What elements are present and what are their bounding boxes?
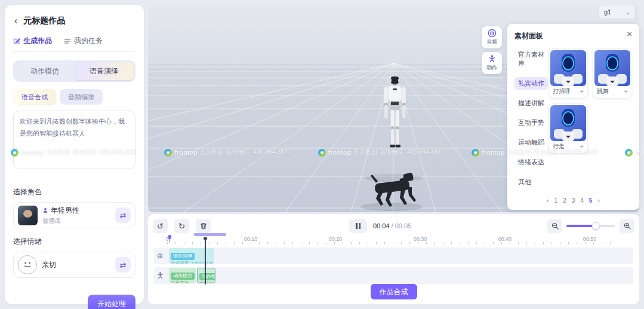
sidebar: ‹ 元标题作品 生成作品 我的任务 动作模仿 语音演绎 语音合成 音频编排 欢迎…	[5, 5, 144, 304]
swap-role-button[interactable]: ⇄	[115, 207, 131, 223]
add-material-icon[interactable]: +	[580, 143, 584, 150]
pagination-prev-icon[interactable]: ‹	[547, 197, 549, 204]
chevron-down-icon: ⌄	[625, 9, 630, 16]
zoom-out-button[interactable]	[547, 219, 562, 233]
role-language: 普通话	[42, 217, 79, 225]
audio-track-icon[interactable]: ⊕	[155, 251, 165, 261]
pause-icon	[356, 223, 358, 229]
menu-item-official-library[interactable]: 官方素材库	[514, 48, 549, 70]
audio-tool-label: 音频	[486, 38, 497, 46]
tab-my-tasks[interactable]: 我的任务	[64, 36, 103, 46]
ruler-label: 00:10	[244, 236, 258, 242]
motion-clip-1[interactable]: 动作模仿 右手举起	[169, 268, 196, 283]
page-title: 元标题作品	[23, 16, 65, 26]
material-name: 跳舞	[597, 87, 609, 96]
model-selector-dropdown[interactable]: g1 ⌄	[599, 5, 636, 19]
playback-controls: 00:04 / 00:05	[349, 219, 411, 233]
total-time: 00:05	[395, 222, 412, 230]
mode-voice-performance[interactable]: 语音演绎	[75, 62, 134, 80]
materials-panel: 素材面板 × 官方素材库 礼宾动作 描述讲解 互动手势 运动舞蹈 情绪表达 其他…	[507, 24, 639, 210]
material-name: 打招呼	[553, 87, 571, 96]
zoom-controls	[547, 219, 634, 233]
subtab-speech-synthesis[interactable]: 语音合成	[13, 89, 56, 105]
pagination-page-3[interactable]: 3	[572, 197, 575, 204]
mode-toggle: 动作模仿 语音演绎	[13, 60, 135, 82]
audio-clip[interactable]: 语音演绎 合成语音_1764744467343	[169, 248, 214, 264]
playhead-line[interactable]	[205, 239, 206, 284]
menu-item-dance[interactable]: 运动舞蹈	[514, 136, 548, 149]
pause-button[interactable]	[349, 219, 367, 233]
current-time: 00:04	[373, 222, 390, 230]
menu-item-concierge-actions[interactable]: 礼宾动作	[514, 77, 548, 90]
clip-badge: 动作模仿	[199, 273, 215, 280]
edit-square-icon	[13, 38, 20, 45]
add-material-icon[interactable]: +	[580, 88, 584, 95]
pagination-page-4[interactable]: 4	[580, 197, 584, 204]
zoom-in-button[interactable]	[620, 219, 634, 233]
timeline-panel: ↺ ↻ 00:04 / 00:05	[148, 214, 639, 304]
time-display: 00:04 / 00:05	[373, 222, 411, 230]
timeline-ruler[interactable]: 0 00:10 00:20 00:30 00:40 00:50	[148, 233, 639, 245]
tab-generate-works[interactable]: 生成作品	[13, 36, 52, 46]
close-icon[interactable]: ×	[627, 29, 632, 39]
slider-knob[interactable]	[592, 222, 600, 230]
timeline-zoom-slider[interactable]	[566, 219, 615, 233]
menu-item-gestures[interactable]: 互动手势	[514, 117, 548, 129]
pagination-page-2[interactable]: 2	[563, 197, 566, 204]
emotion-face-icon	[18, 255, 37, 274]
back-icon[interactable]: ‹	[14, 16, 17, 26]
motion-track: 动作模仿 右手举起 动作模仿 自定义	[154, 267, 633, 284]
clip-label: 合成语音_1764744467343	[171, 261, 212, 264]
material-card-dance[interactable]: 跳舞 +	[593, 48, 632, 99]
materials-menu: 官方素材库 礼宾动作 描述讲解 互动手势 运动舞蹈 情绪表达 其他	[514, 48, 549, 188]
clip-label: 右手举起	[171, 280, 194, 283]
sidebar-header: ‹ 元标题作品	[14, 16, 135, 26]
script-textarea[interactable]: 欢迎来到凡拓数创数字体验中心，我是您的智能接待机器人	[13, 111, 135, 169]
add-material-icon[interactable]: +	[624, 88, 628, 95]
ruler-ticks	[167, 242, 612, 244]
timeline-toolbar: ↺ ↻	[153, 219, 211, 233]
swap-emotion-button[interactable]: ⇄	[115, 257, 131, 273]
motion-tool-button[interactable]: 动作	[482, 52, 502, 74]
pagination-page-1[interactable]: 1	[554, 197, 558, 204]
pagination-next-icon[interactable]: ›	[597, 197, 599, 204]
menu-item-emotion[interactable]: 情绪表达	[514, 156, 548, 169]
menu-item-other[interactable]: 其他	[514, 176, 535, 188]
audio-tool-button[interactable]: 音频	[482, 26, 502, 48]
undo-icon: ↺	[157, 222, 164, 231]
redo-button[interactable]: ↻	[174, 219, 189, 233]
role-section-label: 选择角色	[13, 187, 135, 197]
emotion-card[interactable]: 亲切 ⇄	[13, 252, 135, 278]
pagination: ‹ 1 2 3 4 5 ›	[507, 197, 639, 204]
ruler-label: 00:50	[583, 236, 597, 242]
clip-badge: 语音演绎	[171, 253, 195, 260]
mode-motion-imitation[interactable]: 动作模仿	[15, 62, 75, 80]
clip-badge: 动作模仿	[171, 273, 195, 280]
ruler-label: 00:40	[498, 236, 512, 242]
motion-clip-2-selected[interactable]: 动作模仿 自定义	[197, 268, 215, 283]
material-thumbnail	[550, 50, 586, 86]
sub-tabs: 语音合成 音频编排	[13, 89, 135, 105]
sidebar-tabs: 生成作品 我的任务	[13, 36, 135, 52]
pagination-page-5[interactable]: 5	[589, 197, 593, 204]
motion-track-icon[interactable]	[155, 271, 165, 280]
zoom-in-icon	[624, 222, 631, 230]
material-card-greet[interactable]: 打招呼 +	[549, 48, 588, 99]
tab-label: 我的任务	[74, 36, 103, 46]
time-separator: /	[392, 222, 393, 230]
swap-icon: ⇄	[120, 211, 127, 220]
subtab-audio-arrangement[interactable]: 音频编排	[60, 89, 103, 105]
delete-button[interactable]	[196, 219, 211, 233]
audio-track: ⊕ 语音演绎 合成语音_1764744467343	[154, 247, 633, 264]
viewport-tool-buttons: 音频 动作	[482, 26, 502, 74]
undo-button[interactable]: ↺	[153, 219, 168, 233]
ruler-selection-bar	[194, 233, 226, 236]
compose-work-button[interactable]: 作品合成	[371, 284, 417, 299]
motion-tool-label: 动作	[486, 64, 497, 72]
start-processing-button[interactable]: 开始处理	[88, 295, 135, 309]
role-card[interactable]: 年轻男性 普通话 ⇄	[13, 202, 135, 228]
tab-label: 生成作品	[23, 36, 52, 46]
material-card-walk[interactable]: 行走 +	[549, 103, 588, 154]
menu-item-description[interactable]: 描述讲解	[514, 97, 548, 109]
ruler-label: 00:20	[329, 236, 343, 242]
